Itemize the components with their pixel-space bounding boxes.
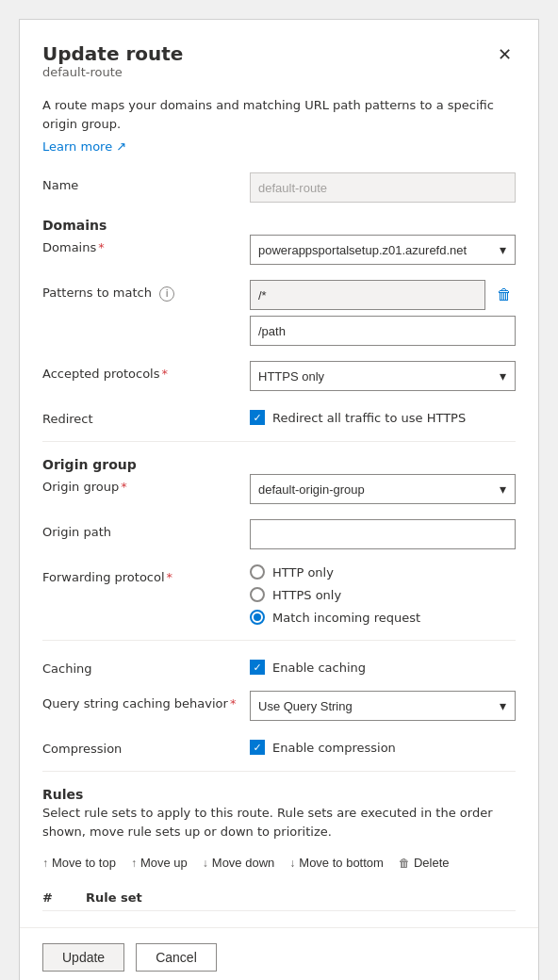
domains-select-wrapper: powerappsportalsetup.z01.azurefd.net — [250, 235, 516, 265]
protocols-select[interactable]: HTTPS only — [250, 361, 516, 391]
pattern-input-2[interactable] — [250, 316, 516, 346]
forwarding-protocol-row: Forwarding protocol* HTTP only HTTPS onl… — [42, 564, 516, 625]
delete-rule-button[interactable]: 🗑 Delete — [399, 852, 450, 874]
compression-checkbox-label: Enable compression — [272, 741, 396, 755]
forwarding-required: * — [167, 570, 173, 584]
pattern-input-1[interactable] — [250, 280, 485, 310]
name-row: Name — [42, 172, 516, 203]
radio-match-outer — [250, 610, 265, 625]
redirect-checkbox-row: Redirect all traffic to use HTTPS — [250, 410, 516, 425]
query-string-row: Query string caching behavior* Use Query… — [42, 691, 516, 721]
compression-control: Enable compression — [250, 736, 516, 755]
delete-rule-icon: 🗑 — [399, 857, 410, 870]
cancel-button[interactable]: Cancel — [136, 943, 217, 972]
col-ruleset-header: Rule set — [86, 890, 516, 905]
move-down-icon: ↓ — [203, 857, 208, 870]
patterns-control: 🗑 — [250, 280, 516, 346]
caching-checkbox[interactable] — [250, 660, 265, 675]
forwarding-radio-match[interactable]: Match incoming request — [250, 610, 516, 625]
caching-row: Caching Enable caching — [42, 656, 516, 676]
external-link-icon: ↗ — [116, 139, 126, 154]
origin-path-control — [250, 519, 516, 549]
radio-match-label: Match incoming request — [272, 611, 420, 625]
query-string-select[interactable]: Use Query String — [250, 691, 516, 721]
origin-group-control: default-origin-group — [250, 474, 516, 504]
accepted-protocols-row: Accepted protocols* HTTPS only — [42, 361, 516, 391]
redirect-control: Redirect all traffic to use HTTPS — [250, 406, 516, 425]
pattern-row-1: 🗑 — [250, 280, 516, 310]
domains-control: powerappsportalsetup.z01.azurefd.net — [250, 235, 516, 265]
rules-toolbar: ↑ Move to top ↑ Move up ↓ Move down ↓ Mo… — [42, 852, 516, 874]
divider-3 — [42, 771, 516, 772]
origin-group-select[interactable]: default-origin-group — [250, 474, 516, 504]
caching-control: Enable caching — [250, 656, 516, 675]
domains-select[interactable]: powerappsportalsetup.z01.azurefd.net — [250, 235, 516, 265]
move-up-icon: ↑ — [131, 857, 137, 870]
learn-more-link[interactable]: Learn more ↗ — [42, 139, 126, 154]
forwarding-protocol-control: HTTP only HTTPS only Match incoming requ… — [250, 564, 516, 625]
col-hash-header: # — [42, 890, 71, 905]
forwarding-radio-https[interactable]: HTTPS only — [250, 587, 516, 602]
patterns-row: Patterns to match i 🗑 — [42, 280, 516, 346]
pattern-row-2 — [250, 316, 516, 346]
redirect-checkbox[interactable] — [250, 410, 265, 425]
caching-label: Caching — [42, 656, 250, 676]
divider-1 — [42, 441, 516, 442]
caching-checkbox-row: Enable caching — [250, 660, 516, 675]
move-down-button[interactable]: ↓ Move down — [203, 852, 274, 874]
close-icon: ✕ — [498, 45, 512, 64]
accepted-protocols-control: HTTPS only — [250, 361, 516, 391]
redirect-label: Redirect — [42, 406, 250, 426]
rules-description: Select rule sets to apply to this route.… — [42, 804, 516, 841]
title-block: Update route default-route — [42, 42, 183, 92]
panel-subtitle: default-route — [42, 65, 183, 79]
origin-group-section-label: Origin group — [42, 457, 516, 472]
move-to-top-button[interactable]: ↑ Move to top — [42, 852, 116, 874]
forwarding-protocol-label: Forwarding protocol* — [42, 564, 250, 584]
update-button[interactable]: Update — [42, 943, 124, 972]
query-string-select-wrapper: Use Query String — [250, 691, 516, 721]
rules-section: Rules Select rule sets to apply to this … — [42, 787, 516, 911]
name-control — [250, 172, 516, 203]
query-string-control: Use Query String — [250, 691, 516, 721]
rules-table-header: # Rule set — [42, 885, 516, 911]
origin-group-required: * — [121, 480, 127, 494]
divider-2 — [42, 640, 516, 641]
footer: Update Cancel — [20, 927, 538, 980]
protocols-required: * — [162, 367, 169, 381]
query-string-required: * — [230, 696, 237, 710]
protocols-select-wrapper: HTTPS only — [250, 361, 516, 391]
name-input[interactable] — [250, 172, 516, 203]
update-route-panel: Update route default-route ✕ A route map… — [19, 19, 539, 980]
move-to-bottom-button[interactable]: ↓ Move to bottom — [289, 852, 384, 874]
forwarding-radio-http[interactable]: HTTP only — [250, 564, 516, 580]
panel-header: Update route default-route ✕ — [42, 42, 516, 92]
caching-checkbox-label: Enable caching — [272, 661, 366, 675]
forwarding-protocol-radio-group: HTTP only HTTPS only Match incoming requ… — [250, 564, 516, 625]
move-to-bottom-icon: ↓ — [289, 857, 295, 870]
radio-http-label: HTTP only — [272, 565, 334, 580]
compression-checkbox[interactable] — [250, 740, 265, 755]
radio-https-outer — [250, 587, 265, 602]
radio-match-inner — [254, 613, 261, 621]
radio-https-label: HTTPS only — [272, 588, 341, 602]
rules-section-label: Rules — [42, 787, 516, 802]
name-label: Name — [42, 172, 250, 192]
domains-label: Domains* — [42, 235, 250, 254]
patterns-container: 🗑 — [250, 280, 516, 346]
patterns-info-icon[interactable]: i — [159, 286, 174, 302]
compression-checkbox-row: Enable compression — [250, 740, 516, 755]
close-button[interactable]: ✕ — [494, 42, 516, 67]
pattern-delete-1[interactable]: 🗑 — [493, 285, 516, 305]
move-up-button[interactable]: ↑ Move up — [131, 852, 188, 874]
redirect-checkbox-label: Redirect all traffic to use HTTPS — [272, 411, 466, 425]
radio-http-outer — [250, 564, 265, 580]
panel-title: Update route — [42, 42, 183, 65]
redirect-row: Redirect Redirect all traffic to use HTT… — [42, 406, 516, 426]
origin-path-input[interactable] — [250, 519, 516, 549]
query-string-label: Query string caching behavior* — [42, 691, 250, 710]
domains-section-label: Domains — [42, 218, 516, 233]
domains-row: Domains* powerappsportalsetup.z01.azuref… — [42, 235, 516, 265]
patterns-label: Patterns to match i — [42, 280, 250, 302]
move-to-top-icon: ↑ — [42, 857, 48, 870]
